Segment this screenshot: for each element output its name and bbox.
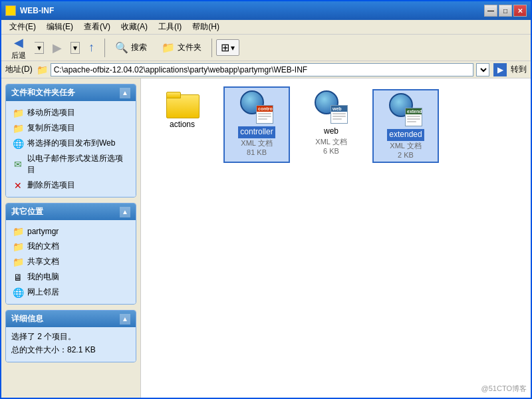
- window: WEB-INF — □ ✕ 文件(E) 编辑(E) 查看(V) 收藏(A) 工具…: [0, 0, 532, 399]
- file-label-actions: actions: [170, 120, 195, 130]
- place-mydocs-icon: 📁: [13, 241, 23, 252]
- place-network-label: 网上邻居: [27, 287, 59, 298]
- details-panel-title: 详细信息: [11, 313, 43, 325]
- tasks-panel-body: 📁 移动所选项目 📁 复制所选项目 🌐 将选择的项目发布到Web ✉ 以电子邮件…: [6, 101, 136, 197]
- back-icon: ◀: [14, 35, 23, 50]
- view-button[interactable]: ⊞ ▾: [216, 39, 239, 56]
- view-icon: ⊞: [221, 41, 229, 54]
- folder-icon-actions: [166, 90, 198, 117]
- up-icon: ↑: [88, 41, 94, 55]
- places-panel-header: 其它位置 ▲: [6, 203, 136, 220]
- search-label: 搜索: [131, 42, 147, 53]
- place-mydocs-label: 我的文档: [27, 241, 59, 252]
- go-button[interactable]: ▶: [493, 63, 507, 76]
- place-mydocs[interactable]: 📁 我的文档: [10, 239, 132, 254]
- task-email-icon: ✉: [13, 159, 23, 170]
- place-network-icon: 🌐: [13, 287, 23, 298]
- place-partymgr-icon: 📁: [13, 226, 23, 237]
- sidebar: 文件和文件夹任务 ▲ 📁 移动所选项目 📁 复制所选项目 🌐 将选择的项目发布到…: [1, 78, 141, 398]
- places-panel-collapse[interactable]: ▲: [120, 207, 130, 217]
- task-move-label: 移动所选项目: [27, 107, 75, 118]
- file-label-web: web: [324, 126, 338, 137]
- forward-icon: ▶: [53, 41, 62, 55]
- file-label-extended: extended: [387, 129, 424, 141]
- tasks-panel-collapse[interactable]: ▲: [120, 88, 130, 98]
- folder-button[interactable]: 📁 文件夹: [156, 39, 207, 56]
- view-dropdown-arrow: ▾: [231, 43, 235, 53]
- file-sublabel-controller: XML 文档: [241, 138, 272, 148]
- up-button[interactable]: ↑: [82, 39, 100, 57]
- search-icon: 🔍: [115, 41, 128, 54]
- places-panel: 其它位置 ▲ 📁 partymgr 📁 我的文档 📁 共享文档: [5, 203, 136, 305]
- address-dropdown[interactable]: [476, 63, 489, 76]
- details-panel-collapse[interactable]: ▲: [120, 314, 130, 325]
- details-total-size: 总的文件大小：82.1 KB: [11, 344, 130, 356]
- task-delete[interactable]: ✕ 删除所选项目: [10, 178, 132, 193]
- file-label-controller: controller: [238, 126, 275, 138]
- task-delete-icon: ✕: [13, 180, 23, 191]
- watermark: @51CTO博客: [481, 384, 527, 394]
- task-copy[interactable]: 📁 复制所选项目: [10, 120, 132, 136]
- task-publish[interactable]: 🌐 将选择的项目发布到Web: [10, 136, 132, 151]
- address-label: 地址(D): [5, 64, 33, 75]
- close-button[interactable]: ✕: [513, 5, 527, 17]
- menu-favorites[interactable]: 收藏(A): [116, 20, 153, 34]
- toolbar-separator-2: [211, 39, 212, 57]
- places-panel-body: 📁 partymgr 📁 我的文档 📁 共享文档 🖥 我的电脑: [6, 220, 136, 304]
- menu-help[interactable]: 帮助(H): [187, 20, 225, 34]
- tasks-panel-title: 文件和文件夹任务: [11, 87, 75, 98]
- menu-tools[interactable]: 工具(I): [153, 20, 187, 34]
- go-arrow-icon: ▶: [497, 65, 503, 74]
- minimize-button[interactable]: —: [484, 5, 497, 17]
- forward-dropdown[interactable]: ▾: [70, 42, 80, 54]
- folder-label: 文件夹: [178, 42, 201, 53]
- go-label: 转到: [511, 64, 527, 75]
- task-copy-icon: 📁: [13, 123, 23, 134]
- task-email-label: 以电子邮件形式发送所选项目: [27, 153, 129, 176]
- place-mycomputer-label: 我的电脑: [27, 271, 59, 283]
- menubar: 文件(E) 编辑(E) 查看(V) 收藏(A) 工具(I) 帮助(H): [1, 20, 531, 35]
- forward-button[interactable]: ▶: [47, 39, 68, 57]
- places-panel-title: 其它位置: [11, 206, 43, 217]
- file-size-extended: 2 KB: [398, 151, 414, 159]
- file-item-actions[interactable]: actions: [149, 86, 215, 163]
- place-partymgr-label: partymgr: [27, 227, 59, 236]
- tasks-panel-header: 文件和文件夹任务 ▲: [6, 84, 136, 101]
- file-item-web[interactable]: web web XML 文档 6 KB: [298, 86, 364, 163]
- task-move-icon: 📁: [13, 108, 23, 118]
- menu-edit[interactable]: 编辑(E): [41, 20, 78, 34]
- file-item-controller[interactable]: controller controller XML 文档 81 KB: [223, 86, 290, 163]
- file-grid: actions controller: [149, 86, 523, 163]
- place-shareddocs-icon: 📁: [13, 257, 23, 267]
- address-input[interactable]: [51, 63, 473, 76]
- file-sublabel-web: XML 文档: [315, 137, 346, 147]
- back-dropdown[interactable]: ▾: [35, 42, 44, 54]
- details-panel-header: 详细信息 ▲: [6, 311, 136, 327]
- addressbar: 地址(D) 📁 ▶ 转到: [1, 61, 531, 78]
- maximize-button[interactable]: □: [499, 5, 512, 17]
- details-panel: 详细信息 ▲ 选择了 2 个项目。 总的文件大小：82.1 KB: [5, 310, 136, 362]
- place-partymgr[interactable]: 📁 partymgr: [10, 224, 132, 239]
- back-label: 后退: [11, 51, 26, 61]
- details-panel-body: 选择了 2 个项目。 总的文件大小：82.1 KB: [6, 327, 136, 362]
- file-item-extended[interactable]: extended extended XML 文档 2 KB: [372, 89, 439, 163]
- menu-file[interactable]: 文件(E): [4, 20, 41, 34]
- file-size-web: 6 KB: [323, 147, 339, 155]
- search-button[interactable]: 🔍 搜索: [109, 39, 153, 56]
- folder-icon: 📁: [162, 41, 175, 54]
- place-mycomputer-icon: 🖥: [13, 272, 23, 283]
- task-publish-label: 将选择的项目发布到Web: [27, 138, 115, 149]
- xml-icon-controller: controller: [240, 90, 273, 124]
- place-network[interactable]: 🌐 网上邻居: [10, 285, 132, 300]
- task-email[interactable]: ✉ 以电子邮件形式发送所选项目: [10, 151, 132, 178]
- task-move[interactable]: 📁 移动所选项目: [10, 105, 132, 120]
- address-folder-icon: 📁: [37, 65, 48, 75]
- tasks-panel: 文件和文件夹任务 ▲ 📁 移动所选项目 📁 复制所选项目 🌐 将选择的项目发布到…: [5, 84, 136, 198]
- file-sublabel-extended: XML 文档: [390, 141, 421, 151]
- details-selected-count: 选择了 2 个项目。: [11, 331, 130, 342]
- menu-view[interactable]: 查看(V): [78, 20, 116, 34]
- titlebar: WEB-INF — □ ✕: [1, 1, 531, 20]
- place-mycomputer[interactable]: 🖥 我的电脑: [10, 269, 132, 285]
- back-button[interactable]: ◀ 后退: [5, 33, 32, 63]
- place-shareddocs[interactable]: 📁 共享文档: [10, 254, 132, 269]
